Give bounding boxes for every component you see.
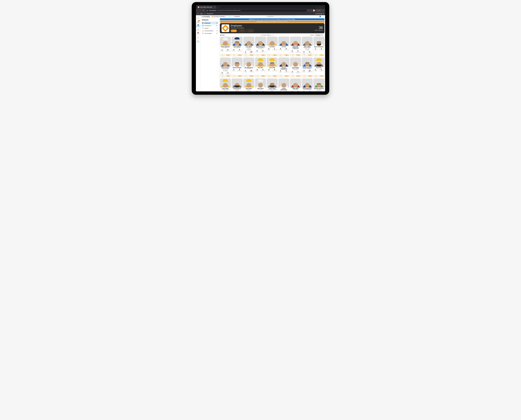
view-button[interactable]: View [296, 54, 301, 56]
view-button[interactable]: View [249, 75, 254, 77]
employee-photo [278, 58, 289, 67]
global-search[interactable]: 🔍 [266, 16, 297, 17]
employee-id: ID: 1234 [220, 91, 231, 91]
view-button[interactable]: View [226, 54, 231, 56]
reading-list-button[interactable]: ▥ Reading list [316, 13, 324, 15]
nav-help[interactable]: ？Help [196, 35, 201, 39]
chevron-down-icon[interactable]: ▾ [322, 16, 324, 17]
employee-search-input[interactable] [263, 35, 274, 36]
sort-asc-icon[interactable]: ↑ [324, 35, 324, 36]
lock-icon: 🔒 [206, 10, 208, 11]
edit-button[interactable]: Edit [267, 54, 272, 56]
back-icon[interactable]: ← [197, 10, 199, 11]
nav-employees[interactable]: 👤Employees [196, 23, 201, 27]
sidebar-item-certifications[interactable]: ✅ Certifications 155 [201, 24, 218, 27]
employee-name: Dan AGC [255, 67, 266, 68]
nav-settings[interactable]: ⚙Settings [196, 39, 201, 43]
edit-button[interactable]: Edit [302, 75, 307, 77]
edit-button[interactable]: Edit [255, 75, 260, 77]
edit-button[interactable]: Edit [279, 75, 283, 77]
apps-icon[interactable] [197, 13, 199, 15]
badge-count: 4 [244, 70, 247, 71]
view-button[interactable]: View [307, 54, 312, 56]
view-button[interactable]: View [237, 54, 242, 56]
edit-button[interactable]: Edit [290, 75, 295, 77]
bulk-edit-button[interactable]: ✎Bulk Edit [238, 30, 246, 32]
employee-role: Project Manager [290, 68, 301, 69]
hardhat-icon [223, 37, 228, 40]
view-button[interactable]: View [319, 75, 324, 77]
edit-button[interactable]: Edit [290, 54, 295, 56]
employee-photo [255, 58, 266, 67]
close-tab-icon[interactable]: × [215, 6, 216, 8]
window-min-icon[interactable]: ˅ [313, 7, 314, 8]
cert-count: 0 [307, 51, 312, 52]
edit-button[interactable]: Edit [243, 54, 248, 56]
view-button[interactable]: View [319, 54, 324, 56]
app-logo[interactable]: myComply [202, 16, 210, 17]
nav-projects[interactable]: 🗂Projects [196, 27, 201, 31]
view-button[interactable]: View [307, 75, 312, 77]
view-button[interactable]: View [261, 54, 266, 56]
nav-home[interactable]: ⌂Home [196, 16, 201, 20]
table-toggle[interactable]: ▦ Table [220, 34, 225, 36]
nav-library[interactable]: 📚Library [196, 31, 201, 35]
employee-stats: 1Badge(s) 8Certification(s) [290, 90, 301, 91]
browser-tab[interactable]: myComply: Main App × [197, 6, 217, 9]
employee-stats: 0Badge(s) 2Certification(s) [290, 50, 301, 53]
edit-button[interactable]: Edit [314, 75, 319, 77]
breadcrumb: / Employees / Employees [228, 16, 240, 17]
nav-activity[interactable]: 🔔Activity [196, 20, 201, 23]
sidebar-item-training-matrices[interactable]: 📊 Training Matrices 14 [201, 30, 218, 32]
sidebar-item-smart-badges[interactable]: 🪪 Smart Badges 30 [201, 32, 218, 35]
sidebar-item-expiries[interactable]: ⏳ Expiries 0 [201, 27, 218, 30]
bookmarks-label[interactable]: Bookmarks [207, 13, 213, 15]
edit-button[interactable]: Edit [220, 54, 225, 56]
reload-icon[interactable]: ⟳ [203, 10, 204, 12]
url-input[interactable]: 🔒 mycomply.net/#/projectV2/271/Manhattan… [205, 9, 307, 12]
window-max-icon[interactable]: ▢ [319, 7, 320, 8]
sidebar-item-employees[interactable]: 👥 Employees 36 [201, 22, 218, 24]
view-button[interactable]: View [284, 54, 289, 56]
share-icon[interactable]: ⇪ [308, 10, 309, 12]
view-button[interactable]: View [272, 75, 277, 77]
edit-button[interactable]: Edit [279, 54, 283, 56]
profile-avatar-icon[interactable] [313, 9, 315, 12]
view-button[interactable]: View [249, 54, 254, 56]
employee-name: Dustin Gamester [302, 67, 313, 68]
edit-button[interactable]: Edit [232, 75, 237, 77]
edit-button[interactable]: Edit [302, 54, 307, 56]
employee-stats: 0Badge(s) 1Certification(s) [267, 47, 278, 50]
import-button[interactable]: ☁Import [247, 30, 254, 32]
browser-update-button[interactable]: Update ⋮ [316, 9, 324, 12]
view-button[interactable]: View [226, 75, 231, 77]
employee-photo [278, 79, 289, 88]
view-button[interactable]: View [272, 54, 277, 56]
new-tab-button[interactable]: ＋ [217, 6, 221, 9]
view-button[interactable]: View [296, 75, 301, 77]
apps-label[interactable]: Apps [200, 13, 203, 15]
edit-button[interactable]: Edit [220, 75, 225, 77]
window-min-icon[interactable]: — [316, 7, 317, 8]
forward-icon[interactable]: → [200, 10, 202, 11]
user-avatar[interactable]: 👤 [319, 15, 321, 18]
edit-button[interactable]: Edit [255, 54, 260, 56]
view-button[interactable]: View [261, 75, 266, 77]
view-button[interactable]: View [237, 75, 242, 77]
edit-button[interactable]: Edit [243, 75, 248, 77]
employee-card: Adam ZbitsmithID: 246812 1Badge(s) 8Cert… [220, 37, 231, 57]
company-selector[interactable]: myComply Construction ▾ [211, 16, 227, 17]
sort-select[interactable]: First Name [315, 34, 323, 36]
employee-search[interactable]: 🔍 [260, 34, 275, 36]
employee-trade: Earthworks [302, 48, 313, 49]
edit-button[interactable]: Edit [267, 75, 272, 77]
add-button[interactable]: ＋Add [231, 30, 237, 32]
star-icon[interactable]: ☆ [311, 10, 312, 12]
view-button[interactable]: View [284, 75, 289, 77]
edit-button[interactable]: Edit [232, 54, 237, 56]
banner-switch-link[interactable]: here [265, 21, 268, 22]
banner-info-link[interactable]: here [278, 19, 280, 20]
global-search-input[interactable] [269, 16, 296, 17]
edit-button[interactable]: Edit [314, 54, 319, 56]
window-close-icon[interactable]: × [322, 7, 323, 8]
